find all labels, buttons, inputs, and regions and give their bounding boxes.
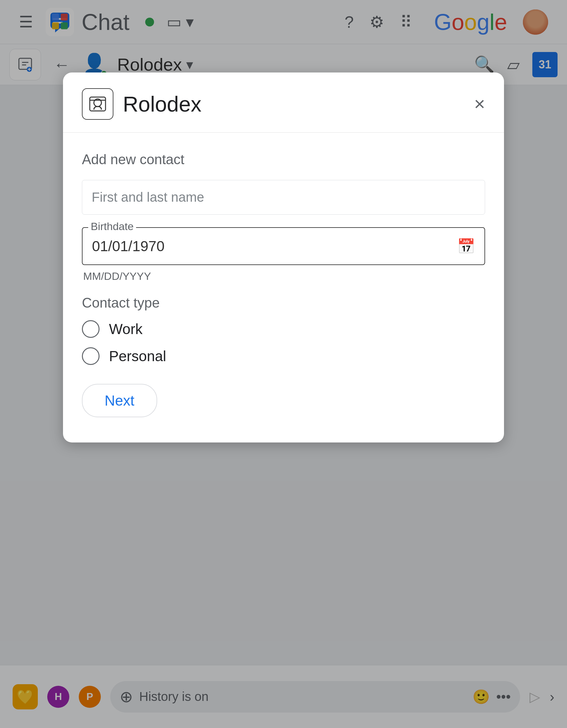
birthdate-hint: MM/DD/YYYY <box>83 270 485 282</box>
contact-type-label: Contact type <box>82 295 485 311</box>
calendar-input-icon[interactable]: 📅 <box>457 238 475 255</box>
section-title: Add new contact <box>82 152 485 167</box>
radio-item-work[interactable]: Work <box>82 320 485 338</box>
modal-title: Rolodex <box>123 92 474 116</box>
contact-type-radio-group: Work Personal <box>82 320 485 365</box>
modal-body: Add new contact Birthdate 01/01/1970 📅 M… <box>63 133 504 442</box>
radio-personal-label: Personal <box>109 348 166 365</box>
birthdate-field-wrapper: Birthdate 01/01/1970 📅 <box>82 227 485 265</box>
name-input[interactable] <box>82 180 485 215</box>
radio-item-personal[interactable]: Personal <box>82 347 485 365</box>
next-button[interactable]: Next <box>82 384 157 417</box>
modal-app-icon <box>82 88 113 120</box>
rolodex-modal: Rolodex × Add new contact Birthdate 01/0… <box>63 72 504 442</box>
modal-overlay: Rolodex × Add new contact Birthdate 01/0… <box>0 0 567 728</box>
radio-work-circle <box>82 320 100 338</box>
close-button[interactable]: × <box>474 95 485 113</box>
radio-personal-circle <box>82 347 100 365</box>
birthdate-input-row[interactable]: 01/01/1970 📅 <box>82 227 485 265</box>
radio-work-label: Work <box>109 321 143 338</box>
birthdate-value: 01/01/1970 <box>92 238 457 255</box>
birthdate-label: Birthdate <box>88 220 136 233</box>
modal-header: Rolodex × <box>63 72 504 133</box>
rolodex-icon <box>88 95 107 113</box>
